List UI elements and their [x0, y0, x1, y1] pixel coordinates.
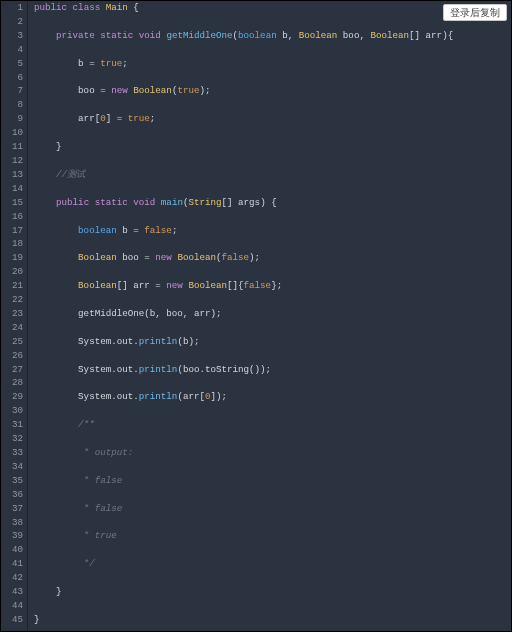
line-number: 15 [1, 196, 27, 210]
code-line: * false [28, 502, 511, 516]
code-line: } [28, 613, 511, 627]
code-block-frame: 登录后复制 1234567891011121314151617181920212… [0, 0, 512, 632]
code-line: b = true; [28, 57, 511, 71]
code-token: Boolean [177, 252, 216, 263]
line-number: 11 [1, 140, 27, 154]
code-line: public class Main { [28, 1, 511, 15]
line-number: 6 [1, 71, 27, 85]
line-number: 9 [1, 112, 27, 126]
line-number: 16 [1, 210, 27, 224]
code-line [28, 599, 511, 613]
code-token: new [155, 252, 172, 263]
code-token: { [128, 2, 139, 13]
code-line [28, 154, 511, 168]
code-token: Boolean [299, 30, 338, 41]
code-line: System.out.println(arr[0]); [28, 390, 511, 404]
code-token: Boolean [188, 280, 227, 291]
code-line [28, 376, 511, 390]
code-token: (arr[ [177, 391, 205, 402]
code-token: true [177, 85, 199, 96]
code-line: } [28, 585, 511, 599]
code-token: void [139, 30, 161, 41]
code-line [28, 488, 511, 502]
code-token: true [100, 58, 122, 69]
code-token [34, 280, 78, 291]
line-number: 42 [1, 571, 27, 585]
code-token: boolean [238, 30, 277, 41]
line-number: 44 [1, 599, 27, 613]
code-token: [] args) { [222, 197, 277, 208]
code-token: boo = [117, 252, 156, 263]
line-number: 43 [1, 585, 27, 599]
line-number: 13 [1, 168, 27, 182]
code-token: */ [34, 558, 95, 569]
code-token: b = [34, 58, 100, 69]
code-token: false [244, 280, 272, 291]
code-line: * false [28, 474, 511, 488]
code-line: boo = new Boolean(true); [28, 84, 511, 98]
code-token: false [222, 252, 250, 263]
line-number: 32 [1, 432, 27, 446]
code-token: System.out. [34, 336, 139, 347]
code-token: * false [34, 475, 122, 486]
line-number: 7 [1, 84, 27, 98]
code-token: } [34, 614, 40, 625]
code-line: Boolean[] arr = new Boolean[]{false}; [28, 279, 511, 293]
code-token: private [56, 30, 95, 41]
code-token: ] = [106, 113, 128, 124]
code-line: //测试 [28, 168, 511, 182]
line-number: 23 [1, 307, 27, 321]
line-number: 34 [1, 460, 27, 474]
code-token: /** [34, 419, 95, 430]
code-token: * false [34, 503, 122, 514]
line-number: 3 [1, 29, 27, 43]
code-token: } [34, 141, 62, 152]
line-number: 29 [1, 390, 27, 404]
line-number: 4 [1, 43, 27, 57]
code-token: b = [117, 225, 145, 236]
code-token: }; [271, 280, 282, 291]
code-line [28, 543, 511, 557]
code-token: new [166, 280, 183, 291]
code-token: true [128, 113, 150, 124]
code-line: } [28, 140, 511, 154]
line-number: 31 [1, 418, 27, 432]
code-token: (boo.toString()); [177, 364, 271, 375]
code-token: class [73, 2, 101, 13]
code-line [28, 98, 511, 112]
code-token: Boolean [370, 30, 409, 41]
code-line: * true [28, 529, 511, 543]
line-number: 1 [1, 1, 27, 15]
code-token: boo = [34, 85, 111, 96]
code-token [34, 225, 78, 236]
code-line: boolean b = false; [28, 224, 511, 238]
code-token: ; [172, 225, 178, 236]
code-token: Boolean [78, 252, 117, 263]
code-line: public static void main(String[] args) { [28, 196, 511, 210]
line-number: 19 [1, 251, 27, 265]
code-line [28, 349, 511, 363]
line-number: 38 [1, 516, 27, 530]
code-token: static [100, 30, 133, 41]
code-line [28, 293, 511, 307]
code-token: System.out. [34, 364, 139, 375]
code-token: Boolean [78, 280, 117, 291]
code-line [28, 265, 511, 279]
code-line: System.out.println(b); [28, 335, 511, 349]
code-token: false [144, 225, 172, 236]
code-token: ]); [210, 391, 227, 402]
code-token: getMiddleOne [166, 30, 232, 41]
code-line [28, 71, 511, 85]
line-number: 20 [1, 265, 27, 279]
line-number: 28 [1, 376, 27, 390]
code-line [28, 43, 511, 57]
code-token: Boolean [133, 85, 172, 96]
code-line: arr[0] = true; [28, 112, 511, 126]
code-token: arr[ [34, 113, 100, 124]
line-number: 41 [1, 557, 27, 571]
line-number: 25 [1, 335, 27, 349]
code-line [28, 182, 511, 196]
code-token: System.out. [34, 391, 139, 402]
line-number: 36 [1, 488, 27, 502]
code-line: Boolean boo = new Boolean(false); [28, 251, 511, 265]
